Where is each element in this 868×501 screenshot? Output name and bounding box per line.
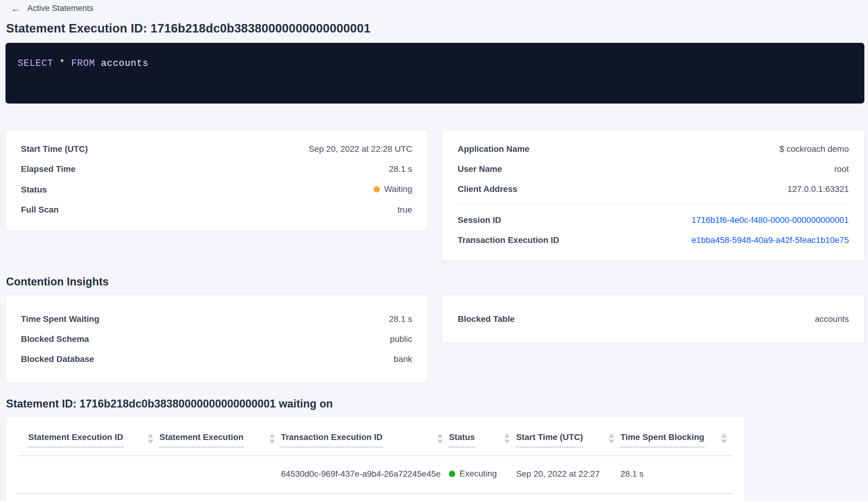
transaction-execution-id-link[interactable]: e1bba458-5948-40a9-a42f-5feac1b10e75 [692,235,849,245]
full-scan-row: Full Scan true [21,205,412,215]
column-header-label: Statement Execution ID [28,433,123,448]
user-name-value: root [834,164,849,174]
blocked-database-label: Blocked Database [21,354,94,364]
sort-arrows-icon [270,434,275,444]
blocked-schema-row: Blocked Schema public [21,334,412,344]
full-scan-label: Full Scan [21,205,58,215]
session-id-label: Session ID [458,215,501,225]
column-header-label: Transaction Execution ID [281,433,383,448]
blocked-table-row: Blocked Table accounts [458,314,849,324]
blocked-database-value: bank [394,354,412,364]
time-spent-waiting-label: Time Spent Waiting [21,314,99,324]
back-link-label: Active Statements [27,4,94,13]
application-name-value: $ cockroach demo [779,144,849,154]
sql-keyword: FROM [71,58,95,68]
page-title: Statement Execution ID: 1716b218dc0b3838… [6,21,864,35]
time-spent-waiting-row: Time Spent Waiting 28.1 s [21,314,412,324]
status-waiting-dot-icon [373,186,380,192]
application-name-row: Application Name $ cockroach demo [458,144,849,154]
sql-star: * [59,58,65,68]
column-header-statement-execution-id[interactable]: Statement Execution ID [18,417,159,456]
column-header-label: Status [449,433,475,448]
statement-execution-details-page: ← Active Statements Statement Execution … [0,0,868,501]
column-header-label: Time Spent Blocking [620,433,704,448]
column-header-label: Statement Execution [159,433,243,448]
time-spent-waiting-value: 28.1 s [389,314,412,324]
sql-statement-box: SELECT * FROM accounts [6,43,864,104]
contention-waiting-card: Time Spent Waiting 28.1 s Blocked Schema… [6,295,427,383]
blocked-table-card: Blocked Table accounts [442,295,864,343]
sql-table-name: accounts [101,58,149,68]
user-name-row: User Name root [458,164,849,174]
arrow-left-icon: ← [11,4,21,13]
table-header-row: Statement Execution ID Statement Executi… [18,417,733,456]
blocked-table-label: Blocked Table [458,314,515,324]
blocked-table-value: accounts [815,314,849,324]
elapsed-time-value: 28.1 s [389,164,412,174]
blocked-database-row: Blocked Database bank [21,354,412,364]
blocked-schema-value: public [390,334,412,344]
start-time-label: Start Time (UTC) [21,144,88,154]
session-id-link[interactable]: 1716b1f6-4e0c-f480-0000-000000000001 [692,215,849,225]
waiting-on-heading: Statement ID: 1716b218dc0b38380000000000… [6,397,864,410]
column-header-statement-execution[interactable]: Statement Execution [159,417,281,456]
column-header-transaction-execution-id[interactable]: Transaction Execution ID [281,417,449,456]
waiting-on-table: Statement Execution ID Statement Executi… [18,417,733,494]
column-header-label: Start Time (UTC) [516,433,583,448]
user-name-label: User Name [458,164,502,174]
client-address-row: Client Address 127.0.0.1:63321 [458,184,849,194]
client-address-value: 127.0.0.1:63321 [788,184,849,194]
cell-transaction-execution-id: 64530d0c-969f-437e-a9b4-26a72245e45e [281,456,449,493]
client-address-label: Client Address [458,184,518,194]
blocked-schema-label: Blocked Schema [21,334,89,344]
cell-statement-execution [159,456,281,493]
waiting-on-table-card: Statement Execution ID Statement Executi… [6,417,745,501]
contention-insights-heading: Contention Insights [6,275,864,288]
status-value: Waiting [373,184,412,194]
sort-arrows-icon [504,434,510,444]
application-name-label: Application Name [458,144,529,154]
overview-card: Start Time (UTC) Sep 20, 2022 at 22:28 U… [6,130,427,231]
transaction-execution-id-label: Transaction Execution ID [458,235,559,245]
session-id-row: Session ID 1716b1f6-4e0c-f480-0000-00000… [458,215,849,225]
sort-arrows-icon [437,434,443,444]
full-scan-value: true [398,205,412,215]
details-cards-row: Start Time (UTC) Sep 20, 2022 at 22:28 U… [6,130,864,261]
cell-time-spent-blocking: 28.1 s [620,456,733,493]
status-executing-dot-icon [449,471,455,477]
transaction-execution-id-row: Transaction Execution ID e1bba458-5948-4… [458,235,849,245]
card-divider [458,204,849,205]
status-label: Status [21,185,47,195]
sort-arrows-icon [609,434,614,444]
status-row: Status Waiting [21,184,412,195]
sort-arrows-icon [148,434,153,444]
cell-start-time: Sep 20, 2022 at 22:27 [516,456,620,493]
column-header-start-time[interactable]: Start Time (UTC) [516,417,620,456]
cell-status-text: Executing [459,469,497,479]
start-time-value: Sep 20, 2022 at 22:28 UTC [309,144,412,154]
elapsed-time-row: Elapsed Time 28.1 s [21,164,412,174]
table-row: 64530d0c-969f-437e-a9b4-26a72245e45e Exe… [18,456,733,493]
column-header-status[interactable]: Status [449,417,516,456]
contention-cards-row: Time Spent Waiting 28.1 s Blocked Schema… [6,295,864,383]
elapsed-time-label: Elapsed Time [21,164,76,174]
back-link[interactable]: ← Active Statements [6,2,94,13]
start-time-row: Start Time (UTC) Sep 20, 2022 at 22:28 U… [21,144,412,154]
column-header-time-spent-blocking[interactable]: Time Spent Blocking [620,417,733,456]
cell-status: Executing [449,456,516,493]
status-text: Waiting [384,184,412,194]
sort-arrows-icon [721,434,727,444]
cell-statement-execution-id [18,456,159,493]
session-details-card: Application Name $ cockroach demo User N… [442,130,864,261]
sql-keyword: SELECT [18,58,53,68]
